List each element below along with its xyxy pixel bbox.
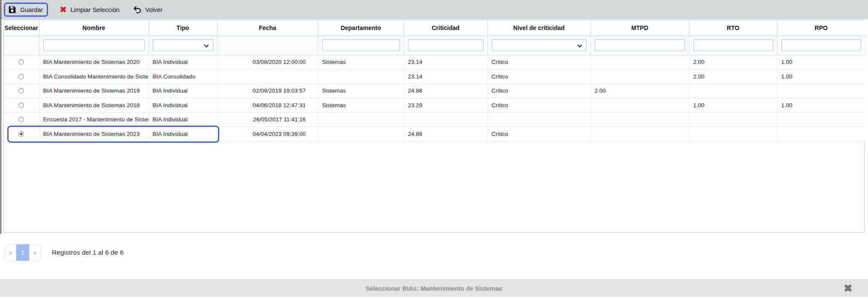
- filter-cell-fecha: [217, 36, 318, 55]
- col-header-criticidad[interactable]: Criticidad: [404, 20, 487, 36]
- cell-tipo: BIA Individual: [148, 84, 217, 98]
- window-left-edge: [0, 0, 1, 234]
- cell-seleccionar: [4, 84, 39, 98]
- save-button-label: Guardar: [20, 6, 43, 13]
- cell-tipo: BIA Consolidado: [148, 69, 217, 84]
- pagination-next-button[interactable]: »: [29, 244, 41, 261]
- filter-cell-rto: [689, 36, 777, 55]
- cell-fecha: 26/05/2017 11:41:16: [217, 112, 318, 127]
- chevron-down-icon: [577, 42, 582, 47]
- chevron-down-icon: [204, 42, 209, 47]
- col-header-departamento[interactable]: Departamento: [318, 20, 404, 36]
- cell-criticidad: 23.29: [404, 98, 487, 113]
- undo-arrow-icon: [133, 6, 142, 14]
- toolbar: Guardar ✖ Limpiar Selección Volver: [0, 0, 868, 19]
- col-header-fecha[interactable]: Fecha: [217, 20, 318, 36]
- cell-mtpd: [590, 69, 689, 84]
- cell-departamento: Sistemas: [318, 98, 404, 113]
- cell-rto: 2.00: [689, 55, 777, 69]
- bia-grid: Seleccionar Nombre Tipo Fecha Departamen…: [3, 20, 865, 233]
- col-header-tipo[interactable]: Tipo: [148, 20, 217, 36]
- back-button[interactable]: Volver: [133, 6, 163, 14]
- table-row: BIA Mantenimiento de Sistemas 2018BIA In…: [4, 98, 865, 113]
- filter-cell-mtpd: [590, 36, 689, 55]
- cell-nivel: Crítico: [487, 84, 590, 98]
- pagination-prev-button[interactable]: «: [5, 244, 16, 261]
- col-header-nivel[interactable]: Nivel de criticidad: [487, 20, 590, 36]
- cell-rpo: 1.00: [777, 69, 865, 84]
- cell-rpo: [777, 84, 865, 98]
- col-header-rto[interactable]: RTO: [689, 20, 777, 36]
- cell-departamento: [318, 69, 404, 84]
- cell-departamento: Sistemas: [318, 55, 404, 69]
- cell-criticidad: [404, 112, 487, 127]
- cell-fecha: 04/06/2018 12:47:31: [217, 98, 318, 113]
- pagination-page-1-button[interactable]: 1: [16, 244, 29, 261]
- departamento-filter-input[interactable]: [322, 39, 400, 51]
- cell-rto: 1.00: [689, 98, 777, 113]
- cell-rto: [689, 112, 777, 127]
- header-row: Seleccionar Nombre Tipo Fecha Departamen…: [4, 20, 865, 36]
- cell-mtpd: [590, 112, 689, 127]
- cell-tipo: BIA Individual: [148, 127, 217, 141]
- cell-rpo: [777, 127, 865, 141]
- cell-fecha: [217, 69, 318, 84]
- bia-table: Seleccionar Nombre Tipo Fecha Departamen…: [4, 20, 865, 141]
- cell-seleccionar: [4, 98, 39, 113]
- criticidad-filter-input[interactable]: [408, 39, 484, 51]
- nivel-filter-select[interactable]: [492, 39, 587, 51]
- row-radio[interactable]: [18, 59, 24, 65]
- filter-cell-rpo: [777, 36, 865, 55]
- table-row: Encuesta 2017 - Mantenimiento de Sistema…: [4, 112, 865, 127]
- row-radio[interactable]: [18, 102, 24, 108]
- close-icon[interactable]: ✖: [844, 280, 853, 296]
- save-icon: [8, 6, 16, 14]
- row-radio-selected[interactable]: [18, 131, 24, 137]
- dialog-title: Seleccionar BIAs: Mantenimiento de Siste…: [366, 285, 502, 292]
- cell-nivel: [487, 112, 590, 127]
- mtpd-filter-input[interactable]: [595, 39, 685, 51]
- cell-mtpd: [590, 98, 689, 113]
- filter-cell-seleccionar: [4, 36, 39, 55]
- row-radio[interactable]: [18, 88, 24, 93]
- cell-mtpd: [590, 55, 689, 69]
- clear-selection-button[interactable]: ✖ Limpiar Selección: [60, 6, 119, 14]
- cell-rto: 2.00: [689, 69, 777, 84]
- row-radio[interactable]: [18, 117, 24, 122]
- clear-selection-icon: ✖: [60, 6, 67, 14]
- cell-rpo: 1.00: [777, 55, 865, 69]
- col-header-rpo[interactable]: RPO: [777, 20, 865, 36]
- save-button[interactable]: Guardar: [8, 6, 43, 14]
- cell-nombre: Encuesta 2017 - Mantenimiento de Sistema…: [39, 112, 148, 127]
- cell-rpo: [777, 112, 865, 127]
- cell-seleccionar: [4, 112, 39, 127]
- cell-seleccionar: [4, 127, 39, 141]
- table-row: BIA Mantenimiento de Sistemas 2023BIA In…: [4, 127, 865, 141]
- rpo-filter-input[interactable]: [781, 39, 861, 51]
- tipo-filter-select[interactable]: [153, 39, 213, 51]
- rto-filter-input[interactable]: [693, 39, 773, 51]
- row-radio[interactable]: [18, 74, 24, 79]
- filter-cell-nombre: [39, 36, 148, 55]
- filter-cell-tipo: [148, 36, 217, 55]
- col-header-seleccionar[interactable]: Seleccionar: [4, 20, 39, 36]
- col-header-nombre[interactable]: Nombre: [39, 20, 148, 36]
- cell-fecha: 03/08/2020 12:00:00: [217, 55, 318, 69]
- cell-fecha: 02/09/2019 19:03:57: [217, 84, 318, 98]
- nombre-filter-input[interactable]: [43, 39, 145, 51]
- cell-departamento: [318, 112, 404, 127]
- clear-selection-label: Limpiar Selección: [70, 6, 119, 13]
- table-row: BIA Consolidado Mantenimiento de Sistema…: [4, 69, 865, 84]
- cell-nivel: Crítico: [487, 55, 590, 69]
- cell-nivel: Crítico: [487, 127, 590, 141]
- col-header-mtpd[interactable]: MTPD: [590, 20, 689, 36]
- cell-nombre: BIA Mantenimiento de Sistemas 2019: [39, 84, 148, 98]
- cell-tipo: BIA Individual: [148, 98, 217, 113]
- cell-mtpd: 2.00: [590, 84, 689, 98]
- pagination: « 1 »: [4, 244, 41, 261]
- records-summary: Registros del 1 al 6 de 6: [52, 244, 124, 261]
- back-button-label: Volver: [145, 6, 163, 13]
- filter-cell-nivel: [487, 36, 590, 55]
- cell-criticidad: 24.86: [404, 127, 487, 141]
- cell-nombre: BIA Mantenimiento de Sistemas 2018: [39, 98, 148, 113]
